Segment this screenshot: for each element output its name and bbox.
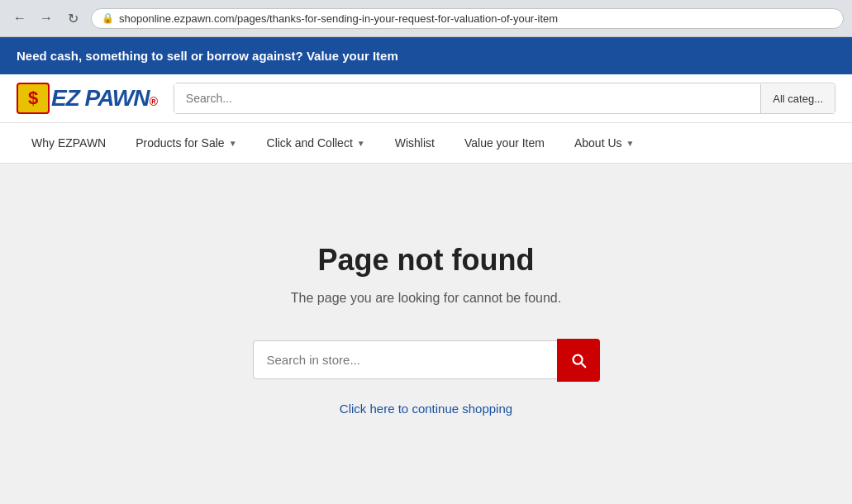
header: $ EZ PAWN® All categ... xyxy=(0,74,852,123)
search-icon xyxy=(569,351,588,369)
header-search-input[interactable] xyxy=(174,83,760,113)
about-us-chevron-icon: ▼ xyxy=(626,139,635,148)
click-collect-chevron-icon: ▼ xyxy=(357,139,365,148)
search-in-store-button[interactable] xyxy=(557,339,600,382)
nav-item-products-for-sale[interactable]: Products for Sale ▼ xyxy=(121,123,251,163)
logo[interactable]: $ EZ PAWN® xyxy=(17,83,157,114)
address-bar[interactable]: 🔒 shoponline.ezpawn.com/pages/thanks-for… xyxy=(91,8,844,29)
banner-text: Need cash, something to sell or borrow a… xyxy=(17,49,398,63)
products-chevron-icon: ▼ xyxy=(229,139,237,148)
lock-icon: 🔒 xyxy=(102,12,114,24)
logo-text: EZ PAWN® xyxy=(51,85,157,112)
logo-icon: $ xyxy=(17,83,50,114)
top-banner: Need cash, something to sell or borrow a… xyxy=(0,37,852,74)
navbar: Why EZPAWN Products for Sale ▼ Click and… xyxy=(0,123,852,164)
main-content: Page not found The page you are looking … xyxy=(0,164,852,494)
all-categories-button[interactable]: All categ... xyxy=(760,84,835,113)
nav-item-wishlist[interactable]: Wishlist xyxy=(380,123,450,163)
page-not-found-title: Page not found xyxy=(318,243,535,278)
back-button[interactable]: ← xyxy=(8,7,31,30)
url-text: shoponline.ezpawn.com/pages/thanks-for-s… xyxy=(119,12,558,25)
search-in-store-input[interactable] xyxy=(253,340,557,379)
browser-chrome: ← → ↻ 🔒 shoponline.ezpawn.com/pages/than… xyxy=(0,0,852,37)
header-search-bar: All categ... xyxy=(174,83,835,114)
page-not-found-subtitle: The page you are looking for cannot be f… xyxy=(291,291,561,306)
continue-shopping-link[interactable]: Click here to continue shopping xyxy=(340,402,512,416)
nav-item-about-us[interactable]: About Us ▼ xyxy=(559,123,650,163)
nav-item-value-your-item[interactable]: Value your Item xyxy=(450,123,559,163)
nav-item-click-and-collect[interactable]: Click and Collect ▼ xyxy=(252,123,380,163)
search-in-store-container xyxy=(253,339,600,382)
nav-buttons: ← → ↻ xyxy=(8,7,84,30)
nav-item-why-ezpawn[interactable]: Why EZPAWN xyxy=(17,123,121,163)
reload-button[interactable]: ↻ xyxy=(61,7,84,30)
forward-button[interactable]: → xyxy=(35,7,58,30)
